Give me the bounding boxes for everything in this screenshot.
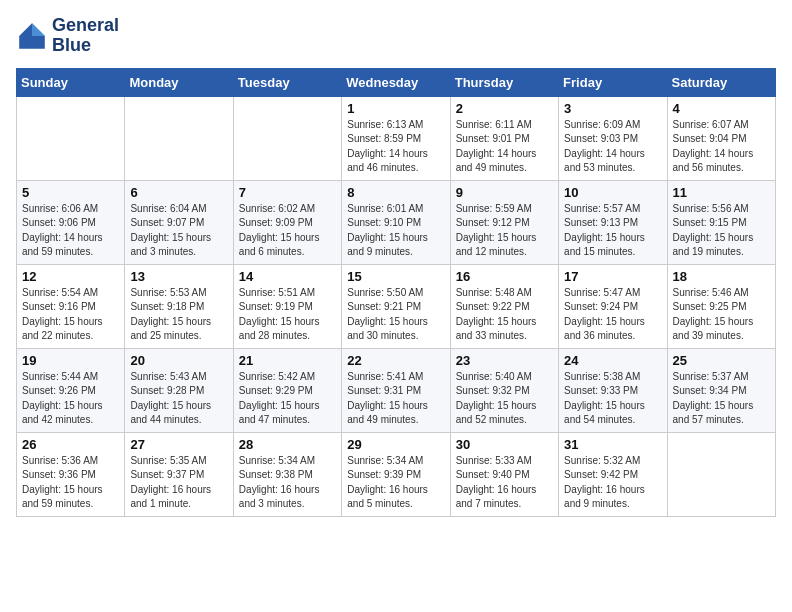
- day-detail: Sunrise: 5:47 AM Sunset: 9:24 PM Dayligh…: [564, 286, 661, 344]
- day-number: 30: [456, 437, 553, 452]
- calendar-cell: 18Sunrise: 5:46 AM Sunset: 9:25 PM Dayli…: [667, 264, 775, 348]
- calendar-week-4: 19Sunrise: 5:44 AM Sunset: 9:26 PM Dayli…: [17, 348, 776, 432]
- day-number: 1: [347, 101, 444, 116]
- calendar-cell: 16Sunrise: 5:48 AM Sunset: 9:22 PM Dayli…: [450, 264, 558, 348]
- day-number: 5: [22, 185, 119, 200]
- column-header-friday: Friday: [559, 68, 667, 96]
- calendar-cell: 30Sunrise: 5:33 AM Sunset: 9:40 PM Dayli…: [450, 432, 558, 516]
- day-number: 6: [130, 185, 227, 200]
- calendar-cell: 10Sunrise: 5:57 AM Sunset: 9:13 PM Dayli…: [559, 180, 667, 264]
- day-number: 15: [347, 269, 444, 284]
- column-header-monday: Monday: [125, 68, 233, 96]
- day-number: 21: [239, 353, 336, 368]
- calendar-cell: [17, 96, 125, 180]
- day-number: 24: [564, 353, 661, 368]
- day-detail: Sunrise: 5:36 AM Sunset: 9:36 PM Dayligh…: [22, 454, 119, 512]
- day-detail: Sunrise: 6:01 AM Sunset: 9:10 PM Dayligh…: [347, 202, 444, 260]
- calendar-cell: 12Sunrise: 5:54 AM Sunset: 9:16 PM Dayli…: [17, 264, 125, 348]
- day-detail: Sunrise: 5:32 AM Sunset: 9:42 PM Dayligh…: [564, 454, 661, 512]
- calendar-cell: [233, 96, 341, 180]
- day-number: 19: [22, 353, 119, 368]
- calendar-cell: 17Sunrise: 5:47 AM Sunset: 9:24 PM Dayli…: [559, 264, 667, 348]
- column-header-tuesday: Tuesday: [233, 68, 341, 96]
- day-number: 8: [347, 185, 444, 200]
- day-detail: Sunrise: 6:09 AM Sunset: 9:03 PM Dayligh…: [564, 118, 661, 176]
- page-header: General Blue: [16, 16, 776, 56]
- day-detail: Sunrise: 5:38 AM Sunset: 9:33 PM Dayligh…: [564, 370, 661, 428]
- day-number: 10: [564, 185, 661, 200]
- day-detail: Sunrise: 6:11 AM Sunset: 9:01 PM Dayligh…: [456, 118, 553, 176]
- day-number: 25: [673, 353, 770, 368]
- day-number: 4: [673, 101, 770, 116]
- calendar-cell: 27Sunrise: 5:35 AM Sunset: 9:37 PM Dayli…: [125, 432, 233, 516]
- day-number: 20: [130, 353, 227, 368]
- calendar-cell: 24Sunrise: 5:38 AM Sunset: 9:33 PM Dayli…: [559, 348, 667, 432]
- column-header-thursday: Thursday: [450, 68, 558, 96]
- day-detail: Sunrise: 5:54 AM Sunset: 9:16 PM Dayligh…: [22, 286, 119, 344]
- calendar-cell: [125, 96, 233, 180]
- calendar-cell: 29Sunrise: 5:34 AM Sunset: 9:39 PM Dayli…: [342, 432, 450, 516]
- day-number: 18: [673, 269, 770, 284]
- logo-icon: [16, 20, 48, 52]
- calendar-table: SundayMondayTuesdayWednesdayThursdayFrid…: [16, 68, 776, 517]
- column-header-sunday: Sunday: [17, 68, 125, 96]
- calendar-cell: 9Sunrise: 5:59 AM Sunset: 9:12 PM Daylig…: [450, 180, 558, 264]
- calendar-week-2: 5Sunrise: 6:06 AM Sunset: 9:06 PM Daylig…: [17, 180, 776, 264]
- calendar-cell: 14Sunrise: 5:51 AM Sunset: 9:19 PM Dayli…: [233, 264, 341, 348]
- calendar-cell: 7Sunrise: 6:02 AM Sunset: 9:09 PM Daylig…: [233, 180, 341, 264]
- calendar-cell: 4Sunrise: 6:07 AM Sunset: 9:04 PM Daylig…: [667, 96, 775, 180]
- calendar-cell: 8Sunrise: 6:01 AM Sunset: 9:10 PM Daylig…: [342, 180, 450, 264]
- calendar-cell: 28Sunrise: 5:34 AM Sunset: 9:38 PM Dayli…: [233, 432, 341, 516]
- calendar-cell: 31Sunrise: 5:32 AM Sunset: 9:42 PM Dayli…: [559, 432, 667, 516]
- day-number: 27: [130, 437, 227, 452]
- day-number: 29: [347, 437, 444, 452]
- calendar-cell: 5Sunrise: 6:06 AM Sunset: 9:06 PM Daylig…: [17, 180, 125, 264]
- logo: General Blue: [16, 16, 119, 56]
- day-detail: Sunrise: 5:48 AM Sunset: 9:22 PM Dayligh…: [456, 286, 553, 344]
- day-detail: Sunrise: 5:33 AM Sunset: 9:40 PM Dayligh…: [456, 454, 553, 512]
- day-detail: Sunrise: 6:13 AM Sunset: 8:59 PM Dayligh…: [347, 118, 444, 176]
- day-detail: Sunrise: 5:35 AM Sunset: 9:37 PM Dayligh…: [130, 454, 227, 512]
- calendar-cell: 15Sunrise: 5:50 AM Sunset: 9:21 PM Dayli…: [342, 264, 450, 348]
- day-number: 13: [130, 269, 227, 284]
- day-number: 9: [456, 185, 553, 200]
- day-detail: Sunrise: 5:59 AM Sunset: 9:12 PM Dayligh…: [456, 202, 553, 260]
- calendar-cell: 3Sunrise: 6:09 AM Sunset: 9:03 PM Daylig…: [559, 96, 667, 180]
- day-detail: Sunrise: 5:51 AM Sunset: 9:19 PM Dayligh…: [239, 286, 336, 344]
- day-number: 2: [456, 101, 553, 116]
- day-number: 23: [456, 353, 553, 368]
- day-number: 14: [239, 269, 336, 284]
- day-number: 3: [564, 101, 661, 116]
- calendar-cell: 25Sunrise: 5:37 AM Sunset: 9:34 PM Dayli…: [667, 348, 775, 432]
- day-number: 12: [22, 269, 119, 284]
- day-detail: Sunrise: 5:42 AM Sunset: 9:29 PM Dayligh…: [239, 370, 336, 428]
- day-detail: Sunrise: 5:53 AM Sunset: 9:18 PM Dayligh…: [130, 286, 227, 344]
- day-detail: Sunrise: 6:06 AM Sunset: 9:06 PM Dayligh…: [22, 202, 119, 260]
- calendar-cell: 11Sunrise: 5:56 AM Sunset: 9:15 PM Dayli…: [667, 180, 775, 264]
- column-header-saturday: Saturday: [667, 68, 775, 96]
- day-detail: Sunrise: 5:56 AM Sunset: 9:15 PM Dayligh…: [673, 202, 770, 260]
- day-number: 28: [239, 437, 336, 452]
- calendar-cell: 22Sunrise: 5:41 AM Sunset: 9:31 PM Dayli…: [342, 348, 450, 432]
- day-detail: Sunrise: 6:02 AM Sunset: 9:09 PM Dayligh…: [239, 202, 336, 260]
- day-detail: Sunrise: 5:34 AM Sunset: 9:39 PM Dayligh…: [347, 454, 444, 512]
- calendar-cell: 13Sunrise: 5:53 AM Sunset: 9:18 PM Dayli…: [125, 264, 233, 348]
- calendar-week-5: 26Sunrise: 5:36 AM Sunset: 9:36 PM Dayli…: [17, 432, 776, 516]
- day-number: 16: [456, 269, 553, 284]
- day-number: 7: [239, 185, 336, 200]
- logo-text: General Blue: [52, 16, 119, 56]
- day-detail: Sunrise: 6:04 AM Sunset: 9:07 PM Dayligh…: [130, 202, 227, 260]
- calendar-week-1: 1Sunrise: 6:13 AM Sunset: 8:59 PM Daylig…: [17, 96, 776, 180]
- calendar-cell: 26Sunrise: 5:36 AM Sunset: 9:36 PM Dayli…: [17, 432, 125, 516]
- day-number: 26: [22, 437, 119, 452]
- day-number: 31: [564, 437, 661, 452]
- day-detail: Sunrise: 5:46 AM Sunset: 9:25 PM Dayligh…: [673, 286, 770, 344]
- calendar-cell: 21Sunrise: 5:42 AM Sunset: 9:29 PM Dayli…: [233, 348, 341, 432]
- day-detail: Sunrise: 6:07 AM Sunset: 9:04 PM Dayligh…: [673, 118, 770, 176]
- day-number: 22: [347, 353, 444, 368]
- column-header-wednesday: Wednesday: [342, 68, 450, 96]
- day-number: 11: [673, 185, 770, 200]
- calendar-cell: 2Sunrise: 6:11 AM Sunset: 9:01 PM Daylig…: [450, 96, 558, 180]
- calendar-cell: 20Sunrise: 5:43 AM Sunset: 9:28 PM Dayli…: [125, 348, 233, 432]
- day-detail: Sunrise: 5:40 AM Sunset: 9:32 PM Dayligh…: [456, 370, 553, 428]
